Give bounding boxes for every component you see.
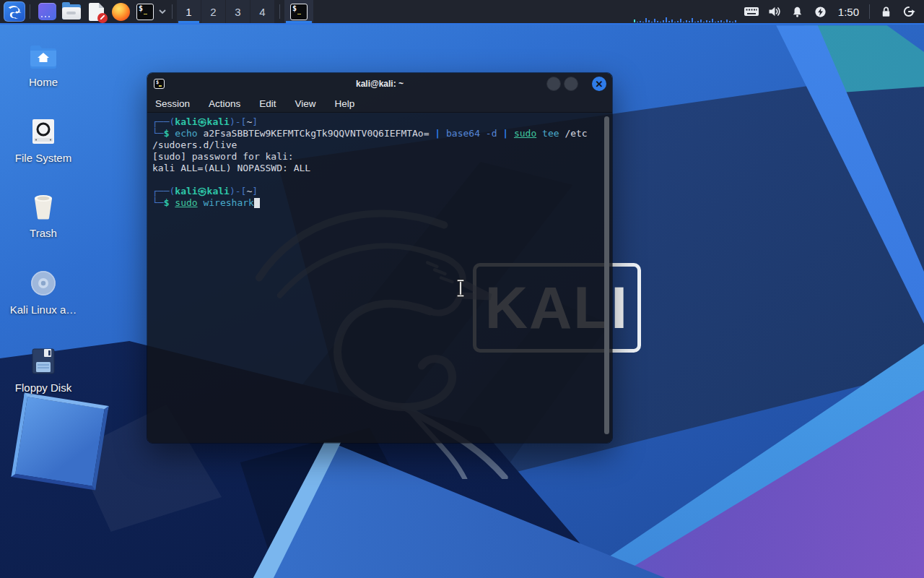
trash-icon bbox=[7, 191, 79, 220]
terminal-menubar: Session Actions Edit View Help bbox=[147, 95, 612, 113]
taskbar-terminal-button[interactable]: $ bbox=[284, 0, 313, 23]
terminal-icon: $ bbox=[290, 4, 308, 20]
drive-icon bbox=[7, 116, 79, 145]
volume-control[interactable] bbox=[764, 1, 785, 22]
terminal-scrollbar[interactable] bbox=[604, 116, 609, 434]
panel-separator bbox=[30, 4, 30, 19]
close-icon: ✕ bbox=[596, 79, 603, 89]
floppy-icon bbox=[7, 346, 79, 375]
disc-icon bbox=[7, 268, 79, 297]
logout-button[interactable] bbox=[898, 1, 920, 22]
keyboard-indicator[interactable] bbox=[741, 1, 762, 22]
wallpaper-beveled-square bbox=[11, 392, 108, 490]
workspace-3[interactable]: 3 bbox=[226, 0, 250, 23]
window-title: kali@kali: ~ bbox=[147, 79, 612, 89]
bell-icon bbox=[790, 5, 804, 19]
menu-edit[interactable]: Edit bbox=[259, 98, 276, 109]
terminal-window[interactable]: $ kali@kali: ~ ✕ Session Actions Edit Vi… bbox=[147, 72, 613, 444]
menu-actions[interactable]: Actions bbox=[209, 98, 240, 109]
chevron-down-icon bbox=[159, 9, 166, 14]
desktop-icon-floppy-disk[interactable]: Floppy Disk bbox=[7, 346, 79, 394]
menu-view[interactable]: View bbox=[295, 98, 316, 109]
terminal-line: kali ALL=(ALL) NOPASSWD: ALL bbox=[152, 163, 602, 174]
battery-power-icon bbox=[814, 5, 827, 19]
logout-icon bbox=[902, 4, 916, 19]
panel-separator bbox=[869, 4, 870, 19]
desktop-icon-kali-live[interactable]: Kali Linux a… bbox=[7, 268, 79, 316]
desktop-icon-label: File System bbox=[7, 152, 79, 164]
system-monitor-graph[interactable] bbox=[634, 16, 736, 22]
maximize-button[interactable] bbox=[564, 77, 578, 91]
terminal-line: └─$ echo a2FsaSBBTEw9KEFMTCkgTk9QQVNTV0Q… bbox=[152, 128, 602, 139]
minimize-button[interactable] bbox=[546, 77, 561, 91]
notifications[interactable] bbox=[787, 1, 808, 22]
home-folder-icon bbox=[7, 40, 79, 69]
close-button[interactable]: ✕ bbox=[592, 77, 606, 91]
workspace-switcher: 1 2 3 4 bbox=[177, 0, 275, 23]
speaker-icon bbox=[767, 4, 782, 19]
terminal-icon: $ bbox=[136, 4, 154, 20]
panel-separator bbox=[279, 4, 280, 19]
app-finder-icon bbox=[38, 3, 56, 20]
menu-help[interactable]: Help bbox=[335, 98, 355, 109]
system-tray: 1:50 bbox=[740, 1, 924, 22]
terminal-line: [sudo] password for kali: bbox=[152, 151, 602, 163]
desktop-icon-trash[interactable]: Trash bbox=[7, 191, 79, 239]
launcher-file-manager[interactable] bbox=[61, 1, 82, 22]
desktop-icon-home[interactable]: Home bbox=[7, 40, 79, 88]
launcher-app-finder[interactable] bbox=[36, 1, 58, 22]
terminal-line: ┌──(kali㉿kali)-[~] bbox=[152, 186, 602, 197]
power-manager[interactable] bbox=[810, 1, 832, 22]
launcher-dropdown[interactable] bbox=[157, 1, 167, 22]
terminal-viewport[interactable]: ┌──(kali㉿kali)-[~]└─$ echo a2FsaSBBTEw9K… bbox=[147, 113, 612, 443]
lock-screen-button[interactable] bbox=[875, 1, 897, 22]
desktop-icon-label: Trash bbox=[7, 227, 79, 239]
desktop-icon-file-system[interactable]: File System bbox=[7, 116, 79, 164]
terminal-line: /sudoers.d/live bbox=[152, 139, 602, 151]
launcher-terminal[interactable]: $ bbox=[134, 1, 156, 22]
launcher-firefox[interactable] bbox=[110, 1, 131, 22]
launcher-text-editor[interactable] bbox=[85, 1, 107, 22]
desktop-icon-label: Floppy Disk bbox=[7, 381, 79, 394]
workspace-2[interactable]: 2 bbox=[201, 0, 225, 23]
applications-menu-button[interactable] bbox=[4, 1, 25, 22]
kali-dragon-icon bbox=[6, 4, 22, 20]
text-editor-icon bbox=[89, 3, 104, 21]
terminal-line: ┌──(kali㉿kali)-[~] bbox=[152, 116, 602, 128]
clock[interactable]: 1:50 bbox=[832, 6, 865, 18]
lock-icon bbox=[879, 5, 893, 19]
terminal-output: ┌──(kali㉿kali)-[~]└─$ echo a2FsaSBBTEw9K… bbox=[152, 116, 602, 209]
menu-session[interactable]: Session bbox=[155, 98, 190, 109]
ibeam-cursor bbox=[455, 279, 466, 298]
desktop-icon-label: Kali Linux a… bbox=[7, 303, 79, 316]
workspace-4[interactable]: 4 bbox=[250, 0, 274, 23]
terminal-titlebar[interactable]: $ kali@kali: ~ ✕ bbox=[147, 73, 612, 95]
top-panel: $ 1 2 3 4 $ bbox=[0, 0, 924, 25]
firefox-icon bbox=[112, 3, 130, 21]
desktop-icon-label: Home bbox=[7, 76, 79, 88]
file-manager-icon bbox=[62, 4, 81, 20]
terminal-block-cursor bbox=[254, 198, 260, 208]
panel-separator bbox=[172, 4, 173, 19]
terminal-line bbox=[152, 174, 602, 186]
keyboard-icon bbox=[744, 6, 759, 17]
terminal-line: └─$ sudo wireshark bbox=[152, 197, 602, 209]
workspace-1[interactable]: 1 bbox=[177, 0, 201, 23]
